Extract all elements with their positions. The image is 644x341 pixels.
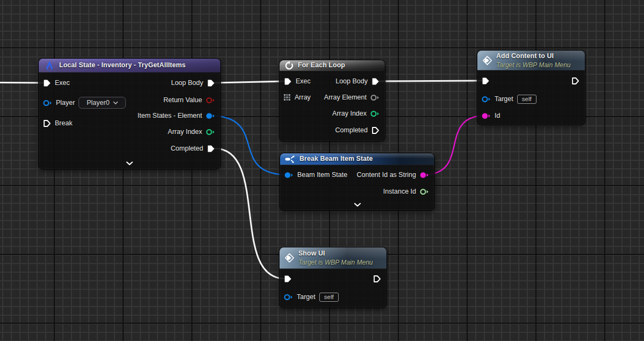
node-add-content[interactable]: Add Content to UITarget is WBP Main Menu… bbox=[477, 50, 585, 125]
pin-label: Array bbox=[295, 94, 311, 101]
pin-exec-input-icon[interactable] bbox=[284, 77, 292, 86]
node-break[interactable]: Break Beam Item StateBeam Item StateCont… bbox=[280, 153, 435, 211]
pin-id-input-icon[interactable] bbox=[482, 112, 491, 119]
pin-row-for-each-loop-body: Loop Body bbox=[335, 75, 380, 88]
node-subtitle: Target is WBP Main Menu bbox=[496, 61, 571, 69]
pin-row-add-content-pin bbox=[571, 74, 579, 87]
node-header-add-content[interactable]: Add Content to UITarget is WBP Main Menu bbox=[477, 51, 585, 70]
pin-instance-id-output-icon[interactable] bbox=[420, 188, 429, 195]
pin-row-local-state-loop-body: Loop Body bbox=[171, 76, 215, 89]
pin-row-local-state-completed: Completed bbox=[171, 142, 215, 155]
node-title: Add Content to UI bbox=[496, 52, 571, 60]
pin-row-for-each-array-index: Array Index bbox=[332, 107, 380, 120]
pin-break-input-icon[interactable] bbox=[43, 119, 51, 127]
node-title: For Each Loop bbox=[298, 61, 345, 69]
pin-completed-output-icon[interactable] bbox=[207, 145, 215, 153]
target-self-textbox[interactable]: self bbox=[319, 293, 339, 302]
pin-loop-body-output-icon[interactable] bbox=[371, 77, 380, 86]
pin-row-break-beam-item-state: Beam Item State bbox=[284, 168, 347, 181]
node-show-ui[interactable]: Show UITarget is WBP Main MenuTargetself bbox=[279, 247, 387, 308]
pin-label: Array Element bbox=[324, 94, 367, 101]
pin-label: Item States - Element bbox=[138, 112, 202, 119]
expand-node-chevron-icon[interactable] bbox=[350, 202, 364, 208]
pin-label: Instance Id bbox=[383, 188, 416, 195]
pin-label: Content Id as String bbox=[357, 171, 416, 179]
pin-completed-output-icon[interactable] bbox=[371, 126, 380, 134]
pin-label: Completed bbox=[335, 126, 368, 134]
pin-array-element-output-icon[interactable] bbox=[370, 94, 380, 101]
dropdown-value: Player0 bbox=[87, 99, 109, 106]
wire-exec-completed-to-showui[interactable] bbox=[214, 148, 285, 279]
pin-label: Exec bbox=[55, 79, 70, 87]
node-header-titles: For Each Loop bbox=[298, 61, 345, 69]
pin-row-show-ui-pin bbox=[284, 272, 292, 285]
pin-label: Player bbox=[56, 99, 75, 106]
node-local-state[interactable]: Local State - Inventory - TryGetAllItems… bbox=[38, 58, 221, 169]
pin-row-add-content-id: Id bbox=[482, 109, 500, 122]
pin-label: Array Index bbox=[332, 110, 367, 117]
node-header-titles: Break Beam Item State bbox=[299, 155, 373, 163]
pin-row-local-state-item-states-element: Item States - Element bbox=[138, 109, 215, 122]
node-header-titles: Local State - Inventory - TryGetAllItems bbox=[59, 61, 185, 69]
pin-pin-input-icon[interactable] bbox=[482, 77, 490, 85]
node-title: Local State - Inventory - TryGetAllItems bbox=[59, 61, 185, 69]
node-for-each[interactable]: For Each LoopExecArrayLoop BodyArray Ele… bbox=[279, 60, 385, 141]
node-header-titles: Show UITarget is WBP Main Menu bbox=[298, 250, 373, 266]
node-subtitle: Target is WBP Main Menu bbox=[298, 259, 373, 266]
node-header-for-each[interactable]: For Each Loop bbox=[280, 60, 385, 71]
pin-label: Target bbox=[297, 293, 316, 301]
wire-exec-loopbody-to-foreach[interactable] bbox=[214, 81, 285, 83]
pin-row-for-each-array-element: Array Element bbox=[324, 91, 380, 104]
pin-array-index-output-icon[interactable] bbox=[370, 110, 380, 117]
pin-item-states-element-output-icon[interactable] bbox=[206, 112, 215, 119]
node-title: Break Beam Item State bbox=[299, 155, 373, 163]
pin-row-add-content-pin bbox=[482, 74, 490, 87]
wire-struct-itemstates-to-break[interactable] bbox=[209, 116, 288, 175]
pin-label: Beam Item State bbox=[297, 171, 347, 179]
player-select-dropdown[interactable]: Player0 bbox=[78, 97, 126, 109]
pin-row-for-each-array: Array bbox=[284, 91, 311, 104]
node-header-local-state[interactable]: Local State - Inventory - TryGetAllItems bbox=[39, 59, 220, 73]
wire-exec-foreach-to-addcontent[interactable] bbox=[379, 81, 483, 81]
pin-target-input-icon[interactable] bbox=[284, 294, 293, 301]
pin-row-local-state-exec: Exec bbox=[43, 76, 70, 89]
pin-target-input-icon[interactable] bbox=[482, 96, 491, 103]
pin-label: Return Value bbox=[163, 96, 202, 104]
pin-row-show-ui-target: Targetself bbox=[284, 290, 339, 303]
pin-player-input-icon[interactable] bbox=[43, 100, 52, 106]
pin-label: Loop Body bbox=[335, 77, 368, 85]
pin-row-for-each-completed: Completed bbox=[335, 124, 380, 137]
pin-return-value-output-icon[interactable] bbox=[206, 97, 215, 104]
pin-exec-input-icon[interactable] bbox=[43, 79, 51, 87]
pin-label: Completed bbox=[171, 145, 203, 152]
pin-array-index-output-icon[interactable] bbox=[206, 129, 215, 136]
node-header-titles: Add Content to UITarget is WBP Main Menu bbox=[496, 52, 571, 69]
pin-array-input-icon[interactable] bbox=[284, 94, 291, 101]
pin-row-local-state-break: Break bbox=[43, 117, 73, 130]
pin-row-local-state-return-value: Return Value bbox=[163, 94, 215, 106]
expand-node-chevron-icon[interactable] bbox=[123, 160, 137, 167]
pin-row-break-instance-id: Instance Id bbox=[383, 185, 429, 198]
pin-content-id-as-string-output-icon[interactable] bbox=[420, 172, 429, 179]
node-header-show-ui[interactable]: Show UITarget is WBP Main Menu bbox=[280, 247, 387, 269]
pin-label: Array Index bbox=[168, 128, 202, 136]
pin-label: Target bbox=[495, 95, 513, 103]
pin-pin-output-icon[interactable] bbox=[373, 275, 381, 283]
target-self-textbox[interactable]: self bbox=[517, 95, 536, 104]
pin-row-add-content-target: Targetself bbox=[482, 93, 536, 105]
chevron-down-icon bbox=[113, 101, 118, 105]
pin-row-show-ui-pin bbox=[373, 272, 381, 285]
pin-pin-output-icon[interactable] bbox=[571, 77, 579, 85]
blueprint-graph-canvas[interactable]: Local State - Inventory - TryGetAllItems… bbox=[0, 0, 644, 341]
node-header-break[interactable]: Break Beam Item State bbox=[280, 153, 434, 165]
pin-row-for-each-exec: Exec bbox=[284, 75, 311, 88]
wire-exec-edge-to-localstate[interactable] bbox=[0, 83, 44, 83]
function-icon bbox=[482, 55, 492, 66]
function-icon bbox=[284, 253, 295, 263]
pin-row-local-state-array-index: Array Index bbox=[168, 125, 215, 138]
pin-loop-body-output-icon[interactable] bbox=[207, 79, 215, 87]
pin-pin-input-icon[interactable] bbox=[284, 275, 292, 283]
pin-row-break-content-id-as-string: Content Id as String bbox=[357, 168, 429, 181]
pin-beam-item-state-input-icon[interactable] bbox=[284, 172, 294, 179]
break-struct-icon bbox=[285, 155, 296, 164]
